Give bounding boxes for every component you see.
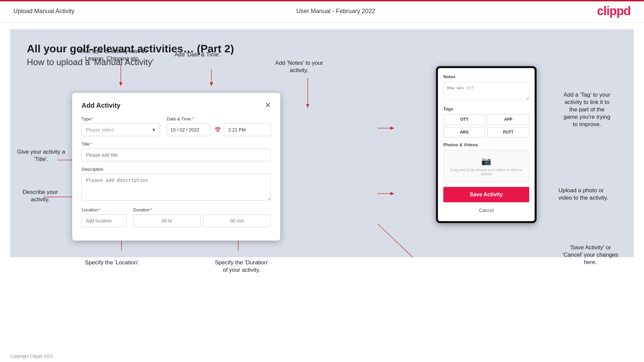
notes-input[interactable]: [443, 82, 529, 100]
annotation-save-cancel: 'Save Activity' or'Cancel' your changesh…: [553, 244, 627, 266]
annotation-tag: Add a 'Tag' to youractivity to link it t…: [550, 91, 624, 128]
svg-marker-17: [390, 192, 394, 195]
location-input[interactable]: [82, 214, 127, 227]
annotation-duration: Specify the 'Duration'of your activity.: [198, 259, 285, 274]
annotation-notes: Add 'Notes' to youractivity.: [275, 59, 323, 74]
title-input[interactable]: [82, 149, 271, 161]
tag-arg[interactable]: ARG: [443, 127, 485, 138]
save-activity-button[interactable]: Save Activity: [443, 187, 529, 202]
duration-row: [133, 214, 271, 227]
tags-grid: OTT APP ARG PUTT: [443, 114, 529, 138]
time-input[interactable]: [224, 123, 271, 136]
type-group: Type* Please select ▼: [82, 116, 160, 136]
svg-marker-5: [306, 104, 309, 108]
description-label: Description: [82, 167, 271, 172]
duration-hr-input[interactable]: [133, 214, 201, 227]
photos-section: Photos & Videos 📷 Drag and Drop photos a…: [443, 142, 529, 182]
manual-title: User Manual - February 2022: [296, 8, 375, 15]
dialog-title: Add Activity: [82, 102, 120, 109]
photo-icon: 📷: [447, 156, 526, 166]
svg-marker-1: [119, 82, 122, 86]
calendar-icon: 📅: [214, 127, 221, 133]
photo-upload-area[interactable]: 📷 Drag and Drop photos and videos or cli…: [443, 150, 529, 182]
svg-marker-15: [390, 126, 394, 130]
annotation-location: Specify the 'Location'.: [82, 259, 143, 266]
title-label: Title*: [82, 142, 271, 147]
datetime-label: Date & Time*: [167, 116, 271, 121]
annotation-photo: Upload a photo orvideo to the activity.: [558, 187, 626, 202]
date-input[interactable]: [167, 123, 210, 136]
date-row: 📅: [167, 123, 271, 136]
photos-section-label: Photos & Videos: [443, 142, 529, 147]
top-bar: Upload Manual Activity User Manual - Feb…: [0, 0, 644, 22]
title-group: Title*: [82, 142, 271, 161]
add-activity-dialog: Add Activity ✕ Type* Please select ▼ Dat…: [72, 93, 280, 241]
annotation-describe: Describe youractivity.: [18, 189, 62, 203]
description-textarea[interactable]: [82, 174, 271, 201]
cancel-button[interactable]: Cancel: [443, 206, 529, 215]
tags-section-label: Tags: [443, 106, 529, 111]
type-select-wrapper: Please select ▼: [82, 123, 160, 136]
copyright: Copyright Clippd 2021: [10, 354, 53, 359]
annotation-activity-type: What type of activity was it?Lesson, Chi…: [77, 48, 148, 62]
close-button[interactable]: ✕: [265, 101, 271, 110]
tag-ott[interactable]: OTT: [443, 114, 485, 125]
duration-group: Duration*: [133, 207, 271, 227]
type-label: Type*: [82, 116, 160, 121]
phone-content: Notes Tags OTT APP ARG PUTT Photos & Vid…: [438, 68, 535, 221]
duration-label: Duration*: [133, 207, 271, 212]
tag-putt[interactable]: PUTT: [487, 127, 529, 138]
location-group: Location*: [82, 207, 127, 227]
annotation-date-time: Add 'Date & Time'.: [175, 51, 221, 58]
svg-line-18: [378, 224, 413, 257]
phone-mockup: Notes Tags OTT APP ARG PUTT Photos & Vid…: [436, 66, 537, 223]
tag-app[interactable]: APP: [487, 114, 529, 125]
main-content: All your golf-relevant activities… (Part…: [10, 29, 634, 257]
notes-section-label: Notes: [443, 74, 529, 79]
location-duration-row: Location* Duration*: [82, 207, 271, 227]
duration-min-input[interactable]: [203, 214, 271, 227]
tags-section: Tags OTT APP ARG PUTT: [443, 106, 529, 138]
location-label: Location*: [82, 207, 127, 212]
annotation-title: Give your activity a'Title'.: [17, 148, 65, 163]
type-select[interactable]: Please select: [82, 123, 160, 136]
page-label: Upload Manual Activity: [13, 8, 75, 15]
description-group: Description: [82, 167, 271, 202]
datetime-group: Date & Time* 📅: [167, 116, 271, 136]
logo: clippd: [597, 4, 631, 18]
type-datetime-row: Type* Please select ▼ Date & Time* 📅: [82, 116, 271, 136]
photo-upload-text: Drag and Drop photos and videos or click…: [447, 168, 526, 176]
svg-marker-3: [210, 82, 213, 86]
dialog-header: Add Activity ✕: [82, 101, 271, 110]
